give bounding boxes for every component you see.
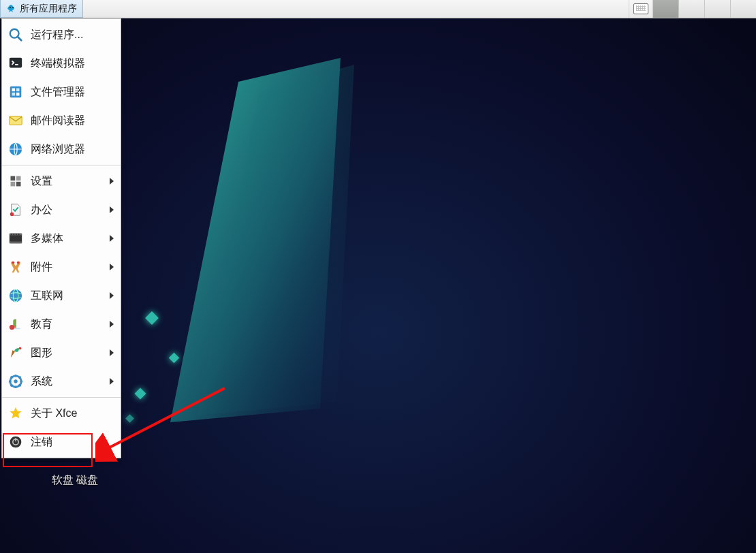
svg-point-24 (17, 262, 20, 264)
office-icon (7, 202, 24, 218)
wallpaper-particle (135, 388, 146, 400)
svg-point-23 (12, 262, 15, 264)
svg-rect-11 (11, 176, 16, 181)
svg-point-30 (14, 379, 18, 383)
svg-point-15 (10, 212, 14, 217)
submenu-arrow-icon (110, 206, 114, 213)
desktop-icon-label: 软盘 磁盘 (34, 473, 116, 488)
menu-item-label: 附件 (31, 260, 103, 274)
terminal-icon (7, 55, 24, 72)
file-manager-icon (7, 84, 24, 100)
menu-separator (2, 397, 121, 398)
svg-point-22 (18, 234, 20, 235)
menu-item-label: 运行程序... (31, 28, 114, 42)
svg-point-21 (16, 234, 17, 235)
svg-rect-7 (12, 93, 16, 96)
menu-logout[interactable]: 注销 (2, 428, 121, 456)
svg-point-19 (11, 234, 12, 235)
applications-menu: 运行程序... 终端模拟器 文件管理器 邮件阅读器 网络浏览器 (1, 18, 121, 458)
education-icon (7, 316, 24, 332)
menu-education[interactable]: 教育 (2, 310, 121, 338)
wallpaper-particle (169, 353, 180, 364)
accessories-icon (7, 259, 24, 275)
star-icon (7, 405, 24, 422)
logout-icon (7, 434, 24, 450)
submenu-arrow-icon (110, 235, 114, 242)
menu-item-label: 互联网 (31, 289, 103, 303)
multimedia-icon (7, 230, 24, 247)
svg-point-1 (12, 6, 14, 7)
panel-slot-4[interactable] (730, 0, 756, 18)
menu-item-label: 关于 Xfce (31, 407, 114, 421)
wallpaper-particle (145, 311, 159, 325)
svg-rect-8 (16, 93, 20, 96)
desktop-root: 所有应用程序 运行程序... 终端模拟器 (0, 0, 756, 553)
svg-point-20 (13, 234, 14, 235)
xfce-logo-icon (6, 3, 17, 14)
svg-point-27 (10, 325, 14, 330)
menu-item-label: 办公 (31, 203, 103, 217)
desktop-icon-floppy[interactable]: 软盘 磁盘 (34, 473, 116, 488)
menu-terminal[interactable]: 终端模拟器 (2, 49, 121, 78)
menu-item-label: 注销 (31, 435, 114, 449)
menu-multimedia[interactable]: 多媒体 (2, 224, 121, 253)
svg-point-25 (10, 289, 22, 302)
menu-system[interactable]: 系统 (2, 367, 121, 396)
submenu-arrow-icon (110, 292, 114, 299)
svg-rect-13 (11, 182, 16, 187)
applications-menu-label: 所有应用程序 (20, 3, 77, 15)
settings-icon (7, 173, 24, 189)
menu-mail-reader[interactable]: 邮件阅读器 (2, 106, 121, 135)
svg-rect-18 (10, 242, 22, 244)
panel-slot-3[interactable] (704, 0, 730, 18)
system-icon (7, 373, 24, 390)
menu-item-label: 网络浏览器 (31, 142, 114, 157)
svg-point-0 (10, 6, 11, 7)
run-icon (7, 27, 24, 43)
svg-point-28 (19, 347, 22, 350)
graphics-icon (7, 345, 24, 361)
menu-settings[interactable]: 设置 (2, 167, 121, 195)
svg-rect-9 (10, 116, 22, 125)
menu-item-label: 文件管理器 (31, 85, 114, 99)
submenu-arrow-icon (110, 349, 114, 356)
menu-graphics[interactable]: 图形 (2, 338, 121, 367)
svg-rect-14 (16, 182, 21, 187)
panel-slot-2[interactable] (678, 0, 704, 18)
wallpaper-particle (125, 414, 134, 423)
menu-web-browser[interactable]: 网络浏览器 (2, 135, 121, 163)
svg-rect-12 (16, 176, 21, 181)
applications-menu-button[interactable]: 所有应用程序 (0, 0, 83, 18)
top-panel: 所有应用程序 (0, 0, 756, 18)
menu-item-label: 设置 (31, 174, 103, 189)
menu-internet[interactable]: 互联网 (2, 281, 121, 310)
svg-rect-33 (15, 438, 16, 441)
wallpaper-beam (136, 54, 450, 429)
submenu-arrow-icon (110, 378, 114, 385)
svg-rect-6 (16, 89, 20, 92)
submenu-arrow-icon (110, 264, 114, 270)
menu-item-label: 终端模拟器 (31, 57, 114, 71)
menu-accessories[interactable]: 附件 (2, 253, 121, 281)
internet-icon (7, 287, 24, 304)
menu-item-label: 系统 (31, 375, 103, 389)
submenu-arrow-icon (110, 321, 114, 328)
menu-about-xfce[interactable]: 关于 Xfce (2, 399, 121, 428)
keyboard-indicator[interactable] (629, 0, 652, 18)
menu-run-program[interactable]: 运行程序... (2, 20, 121, 49)
panel-spacer (83, 0, 629, 18)
menu-item-label: 图形 (31, 346, 103, 360)
menu-file-manager[interactable]: 文件管理器 (2, 78, 121, 106)
menu-item-label: 邮件阅读器 (31, 114, 114, 128)
menu-office[interactable]: 办公 (2, 195, 121, 224)
svg-rect-5 (12, 89, 16, 92)
browser-icon (7, 141, 24, 157)
panel-slot-1[interactable] (652, 0, 678, 18)
submenu-arrow-icon (110, 178, 114, 185)
menu-item-label: 教育 (31, 317, 103, 332)
svg-rect-4 (10, 86, 22, 98)
keyboard-icon (633, 3, 648, 14)
mail-icon (7, 112, 24, 129)
svg-rect-3 (10, 58, 22, 68)
menu-separator (2, 165, 121, 165)
